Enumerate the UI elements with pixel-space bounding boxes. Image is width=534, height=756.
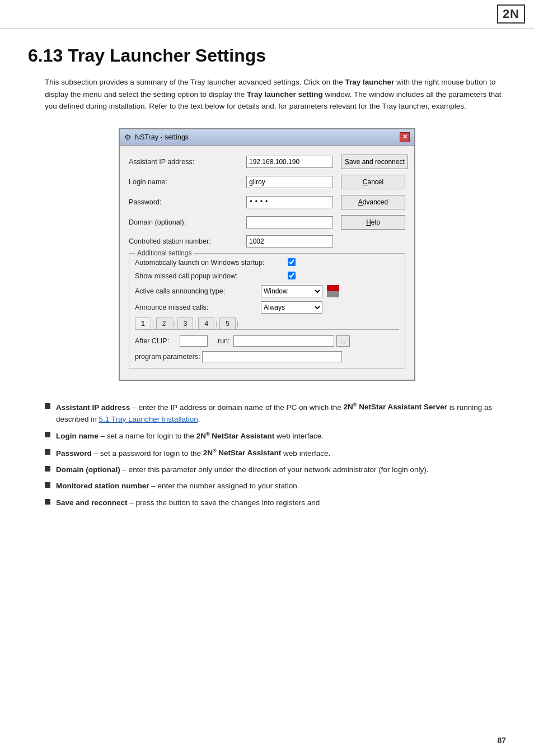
bullet-item-station: Monitored station number – enter the num… <box>45 480 506 492</box>
after-clip-label: After CLIP: <box>135 337 180 345</box>
page-title: 6.13 Tray Launcher Settings <box>28 45 506 66</box>
color-q3 <box>327 291 333 297</box>
tab-sep-3: | <box>194 320 196 329</box>
domain-input[interactable] <box>246 216 333 228</box>
tab-2[interactable]: 2 <box>156 318 172 329</box>
tab-row: 1 | 2 | 3 | 4 | 5 | <box>135 318 399 330</box>
top-bar: 2N <box>0 0 534 29</box>
bullet-item-save-reconnect: Save and reconnect – press the button to… <box>45 497 506 509</box>
save-reconnect-button[interactable]: Save and reconnect <box>341 155 408 169</box>
ip-label: Assistant IP address: <box>129 158 246 166</box>
bullet-item-ip: Assistant IP address – enter the IP addr… <box>45 401 506 426</box>
dialog-app-icon: ⚙ <box>124 133 132 142</box>
titlebar-left: ⚙ NSTray - settings <box>124 133 189 142</box>
active-calls-select[interactable]: Window Sound None <box>261 285 322 297</box>
tab-5[interactable]: 5 <box>219 318 236 329</box>
prog-params-label: program parameters: <box>135 353 202 361</box>
bullet-square-ip <box>45 403 50 409</box>
tab-4[interactable]: 4 <box>198 318 214 329</box>
announce-calls-row: Announce missed calls: Always Never When… <box>135 301 399 314</box>
auto-launch-checkbox-cell <box>288 258 296 268</box>
password-label: Password: <box>129 198 246 206</box>
password-row: Password: Advanced <box>129 195 405 209</box>
color-q4 <box>333 291 339 297</box>
active-calls-row: Active calls announcing type: Window Sou… <box>135 285 399 297</box>
missed-call-label: Show missed call popup window: <box>135 272 283 280</box>
active-calls-label: Active calls announcing type: <box>135 287 261 295</box>
program-params-row: program parameters: <box>135 351 399 362</box>
announce-label: Announce missed calls: <box>135 304 261 311</box>
run-input[interactable] <box>233 335 334 347</box>
bullet-square-station <box>45 482 50 488</box>
login-input[interactable] <box>246 176 333 188</box>
dialog-title-text: NSTray - settings <box>135 133 189 141</box>
additional-settings-group: Additional settings Automatically launch… <box>129 253 405 368</box>
cancel-button[interactable]: Cancel <box>341 175 405 189</box>
advanced-button[interactable]: Advanced <box>341 195 405 209</box>
logo-2n: 2N <box>497 4 525 24</box>
bullet-text-domain: Domain (optional) – enter this parameter… <box>56 464 506 476</box>
after-clip-input[interactable] <box>180 335 208 347</box>
dialog-titlebar: ⚙ NSTray - settings ✕ <box>120 129 414 146</box>
bullet-text-password: Password – set a password for login to t… <box>56 447 506 459</box>
color-icon <box>327 285 339 297</box>
tab-sep-2: | <box>174 320 175 329</box>
login-name-row: Login name: Cancel <box>129 175 405 189</box>
run-label: run: <box>218 337 230 345</box>
bullet-item-login: Login name – set a name for login to the… <box>45 430 506 442</box>
page-content: 6.13 Tray Launcher Settings This subsect… <box>0 29 534 535</box>
password-input[interactable] <box>246 196 333 208</box>
prog-params-input[interactable] <box>202 351 342 362</box>
missed-call-checkbox[interactable] <box>288 272 296 279</box>
tab-sep-5: | <box>237 320 238 329</box>
dialog-close-button[interactable]: ✕ <box>400 132 410 142</box>
bullet-square-domain <box>45 466 50 472</box>
browse-button[interactable]: ... <box>336 335 350 347</box>
bullet-text-save: Save and reconnect – press the button to… <box>56 497 506 509</box>
link-tray-launcher[interactable]: 5.1 Tray Launcher Installation <box>99 415 198 423</box>
station-number-row: Controlled station number: <box>129 235 405 248</box>
bullet-square-save <box>45 499 50 505</box>
tab-sep-1: | <box>152 320 154 329</box>
group-box-title: Additional settings <box>135 249 194 257</box>
ip-input[interactable] <box>246 156 333 168</box>
bullet-text-station: Monitored station number – enter the num… <box>56 480 506 492</box>
bullet-square-login <box>45 432 50 437</box>
auto-launch-label: Automatically launch on Windows startup: <box>135 259 283 267</box>
auto-launch-row: Automatically launch on Windows startup: <box>135 258 399 268</box>
color-q2 <box>333 285 339 291</box>
domain-row: Domain (optional): Help <box>129 215 405 230</box>
login-label: Login name: <box>129 178 246 186</box>
color-q1 <box>327 285 333 291</box>
missed-call-row: Show missed call popup window: <box>135 272 399 281</box>
announce-select[interactable]: Always Never When busy <box>261 301 322 314</box>
page-number: 87 <box>497 736 506 745</box>
station-input[interactable] <box>246 235 333 248</box>
domain-label: Domain (optional): <box>129 218 246 226</box>
tab-1[interactable]: 1 <box>135 318 151 329</box>
dialog-wrapper: ⚙ NSTray - settings ✕ Assistant IP addre… <box>28 128 506 381</box>
station-label: Controlled station number: <box>129 237 246 245</box>
bullet-text-login: Login name – set a name for login to the… <box>56 430 506 442</box>
bullet-item-password: Password – set a password for login to t… <box>45 447 506 459</box>
intro-paragraph: This subsection provides a summary of th… <box>28 76 506 113</box>
help-button[interactable]: Help <box>341 215 405 230</box>
missed-call-checkbox-cell <box>288 272 296 281</box>
bullet-section: Assistant IP address – enter the IP addr… <box>28 401 506 509</box>
after-clip-row: After CLIP: run: ... <box>135 335 399 347</box>
tab-sep-4: | <box>216 320 217 329</box>
auto-launch-checkbox[interactable] <box>288 258 296 266</box>
bullet-item-domain: Domain (optional) – enter this parameter… <box>45 464 506 476</box>
bullet-square-password <box>45 449 50 455</box>
ip-address-row: Assistant IP address: Save and reconnect <box>129 155 405 169</box>
bullet-text-ip: Assistant IP address – enter the IP addr… <box>56 401 506 426</box>
nstray-dialog: ⚙ NSTray - settings ✕ Assistant IP addre… <box>119 128 415 381</box>
tab-3[interactable]: 3 <box>177 318 194 329</box>
dialog-body: Assistant IP address: Save and reconnect… <box>120 146 414 380</box>
